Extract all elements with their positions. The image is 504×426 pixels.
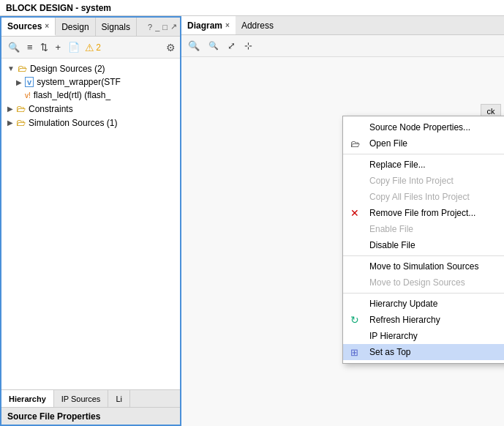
tab-design-label: Design [61, 22, 89, 32]
constraints-label: Constraints [29, 104, 73, 114]
verilog-icon: v [25, 77, 34, 87]
ctx-move-simulation-label: Move to Simulation Sources [369, 261, 478, 272]
ctx-set-as-top-label: Set as Top [369, 347, 410, 357]
tab-ip-sources-label: IP Sources [61, 395, 101, 403]
tab-diagram[interactable]: Diagram × [181, 16, 236, 34]
warning-badge: ⚠ 2 [85, 42, 101, 53]
warning-count: 2 [96, 42, 101, 53]
sort-button[interactable]: ⇅ [38, 41, 50, 53]
title-bar: BLOCK DESIGN - system [0, 0, 504, 16]
context-menu: Source Node Properties... Ctrl+E 🗁 Open … [342, 116, 504, 364]
select-button[interactable]: ⊹ [242, 40, 255, 52]
tree-design-sources[interactable]: ▼ 🗁 Design Sources (2) [1, 61, 180, 75]
tab-signals-label: Signals [102, 22, 130, 32]
ctx-source-node-props[interactable]: Source Node Properties... Ctrl+E [343, 119, 504, 135]
ctx-enable-file-label: Enable File [369, 224, 413, 234]
expand-icon-4: ▶ [7, 119, 13, 127]
simulation-sources-label: Simulation Sources (1) [29, 118, 117, 128]
fit-button[interactable]: ⤢ [225, 40, 238, 52]
tab-diagram-close[interactable]: × [225, 21, 230, 29]
popout-icon[interactable]: ↗ [170, 22, 177, 31]
main-layout: Sources × Design Signals ? _ □ ↗ 🔍 ≡ ⇅ + [0, 16, 504, 426]
flash-led-label: flash_led(rtl) (flash_ [34, 90, 110, 100]
ctx-disable-file-label: Disable File [369, 240, 415, 250]
folder-icon: 🗁 [18, 63, 27, 74]
ctx-move-simulation[interactable]: Move to Simulation Sources [343, 258, 504, 274]
maximize-icon[interactable]: □ [162, 23, 168, 31]
tab-address[interactable]: Address [236, 16, 279, 34]
doc-button[interactable]: 📄 [66, 41, 82, 53]
right-toolbar: 🔍 🔍 ⤢ ⊹ [181, 35, 504, 57]
tab-address-label: Address [241, 20, 274, 31]
ctx-open-file[interactable]: 🗁 Open File Alt+O [343, 135, 504, 152]
ctx-ip-hierarchy[interactable]: IP Hierarchy ▶ [343, 328, 504, 344]
ctx-sep-3 [343, 293, 504, 294]
ctx-open-file-label: Open File [369, 138, 407, 149]
tab-li-label: Li [116, 395, 122, 403]
sources-toolbar: 🔍 ≡ ⇅ + 📄 ⚠ 2 ⚙ [1, 37, 180, 59]
ctx-enable-file: Enable File Alt+Equals [343, 221, 504, 237]
ctx-remove-file-label: Remove File from Project... [369, 208, 475, 218]
open-file-icon: 🗁 [350, 138, 360, 149]
zoom-in-button[interactable]: 🔍 [186, 40, 202, 52]
tree-simulation-sources[interactable]: ▶ 🗁 Simulation Sources (1) [1, 116, 180, 130]
search-button[interactable]: 🔍 [6, 41, 22, 53]
tree-system-wrapper[interactable]: ▶ v system_wrapper(STF [1, 75, 180, 89]
folder-icon-2: 🗁 [16, 103, 26, 114]
minimize-icon[interactable]: _ [155, 23, 159, 31]
ctx-move-design-label: Move to Design Sources [369, 277, 465, 288]
tab-sources[interactable]: Sources × [1, 18, 56, 36]
expand-icon: ▼ [7, 64, 15, 72]
ctx-replace-file-label: Replace File... [369, 160, 426, 170]
add-button[interactable]: + [53, 41, 64, 53]
tab-design[interactable]: Design [56, 18, 95, 36]
tab-window-controls: ? _ □ ↗ [145, 22, 180, 31]
warning-icon: ⚠ [85, 42, 94, 53]
ctx-copy-file: Copy File Into Project [343, 173, 504, 189]
ctx-move-design: Move to Design Sources [343, 274, 504, 291]
tab-li[interactable]: Li [108, 390, 130, 407]
tab-sources-close[interactable]: × [45, 22, 49, 30]
expand-icon-2: ▶ [16, 78, 22, 86]
ctx-hierarchy-update[interactable]: Hierarchy Update ▶ [343, 296, 504, 312]
title-text: BLOCK DESIGN - system [6, 3, 111, 13]
tab-ip-sources[interactable]: IP Sources [54, 390, 109, 407]
tab-diagram-label: Diagram [187, 20, 222, 31]
ctx-source-node-label: Source Node Properties... [369, 122, 470, 132]
ctx-copy-file-label: Copy File Into Project [369, 176, 454, 186]
filter-button[interactable]: ≡ [25, 41, 35, 53]
right-tab-bar: Diagram × Address [181, 16, 504, 35]
ctx-copy-all-files: Copy All Files Into Project Alt+I [343, 189, 504, 205]
ctx-refresh-hierarchy[interactable]: ↻ Refresh Hierarchy [343, 312, 504, 328]
ctx-refresh-hierarchy-label: Refresh Hierarchy [369, 315, 440, 325]
ctx-replace-file[interactable]: Replace File... [343, 157, 504, 173]
ctx-sep-2 [343, 255, 504, 256]
ctx-set-as-top[interactable]: ⊞ Set as Top [343, 344, 504, 360]
tab-sources-label: Sources [7, 21, 42, 31]
design-sources-label: Design Sources (2) [30, 64, 105, 74]
rtl-icon: v! [25, 91, 31, 100]
tab-hierarchy[interactable]: Hierarchy [1, 390, 54, 407]
remove-file-icon: ✕ [350, 207, 359, 219]
right-content: ck Ci Source Node Properties... Ctrl+E 🗁… [181, 57, 504, 426]
source-props-label: Source File Properties [7, 411, 100, 422]
ctx-sep-1 [343, 154, 504, 154]
bottom-tabs: Hierarchy IP Sources Li [1, 389, 180, 407]
tab-hierarchy-label: Hierarchy [9, 395, 46, 403]
tree-constraints[interactable]: ▶ 🗁 Constraints [1, 102, 180, 116]
settings-button[interactable]: ⚙ [166, 42, 176, 53]
source-tree: ▼ 🗁 Design Sources (2) ▶ v system_wrappe… [1, 59, 180, 389]
refresh-icon: ↻ [350, 314, 359, 326]
left-panel: Sources × Design Signals ? _ □ ↗ 🔍 ≡ ⇅ + [0, 16, 181, 426]
set-as-top-icon: ⊞ [350, 347, 358, 358]
ctx-ip-hierarchy-label: IP Hierarchy [369, 331, 418, 341]
right-panel: Diagram × Address 🔍 🔍 ⤢ ⊹ ck Ci Sourc [181, 16, 504, 426]
tab-signals[interactable]: Signals [96, 18, 137, 36]
expand-icon-3: ▶ [7, 105, 13, 113]
tree-flash-led[interactable]: v! flash_led(rtl) (flash_ [1, 89, 180, 102]
ctx-remove-file[interactable]: ✕ Remove File from Project... Delete [343, 205, 504, 221]
help-icon[interactable]: ? [148, 23, 152, 31]
zoom-out-button[interactable]: 🔍 [206, 40, 221, 51]
ctx-disable-file[interactable]: Disable File Alt+Minus [343, 237, 504, 253]
ctx-copy-all-files-label: Copy All Files Into Project [369, 192, 470, 202]
